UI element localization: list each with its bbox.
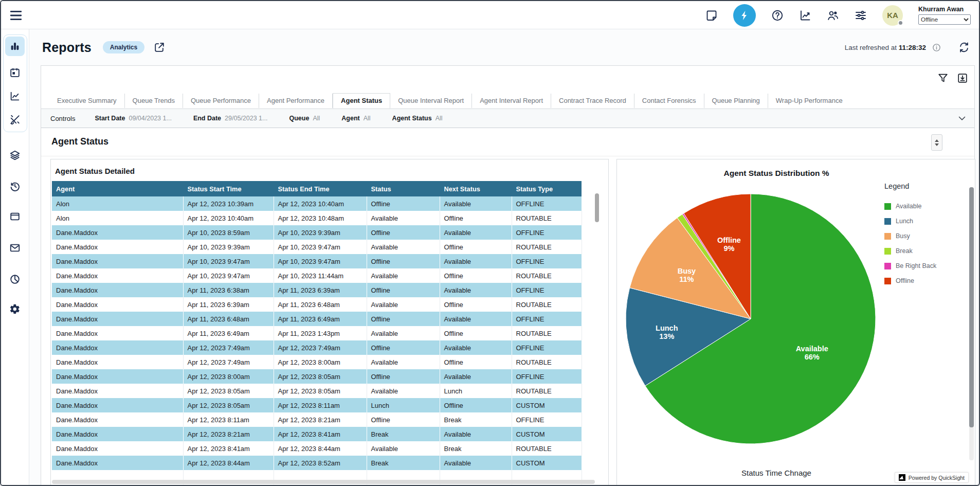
info-icon[interactable] bbox=[932, 43, 941, 52]
tab-queue-trends[interactable]: Queue Trends bbox=[125, 94, 183, 108]
table-row: Dane.MaddoxApr 12, 2023 8:00amApr 12, 20… bbox=[52, 369, 582, 384]
legend-item-busy[interactable]: Busy bbox=[884, 232, 971, 240]
menu-icon[interactable] bbox=[9, 9, 23, 21]
user-status-select[interactable]: Offline bbox=[918, 14, 971, 25]
column-header-status-start-time[interactable]: Status Start Time bbox=[183, 181, 274, 196]
column-header-status-end-time[interactable]: Status End Time bbox=[274, 181, 367, 196]
header-right: Last refreshed at 11:28:32 bbox=[845, 42, 970, 53]
table-vertical-scrollbar[interactable] bbox=[595, 193, 599, 222]
column-header-next-status[interactable]: Next Status bbox=[440, 181, 512, 196]
legend-item-offline[interactable]: Offline bbox=[884, 277, 971, 284]
topbar-actions: KA Khurram Awan Offline bbox=[705, 1, 974, 29]
external-link-icon[interactable] bbox=[154, 42, 165, 53]
table-row: Dane.MaddoxApr 11, 2023 6:39amApr 11, 20… bbox=[52, 297, 582, 312]
dashboard-card: Executive SummaryQueue TrendsQueue Perfo… bbox=[41, 65, 975, 485]
filter-icon[interactable] bbox=[937, 73, 949, 84]
table-row: Dane.MaddoxApr 10, 2023 9:47amApr 10, 20… bbox=[52, 254, 582, 268]
legend-item-available[interactable]: Available bbox=[884, 203, 971, 210]
analytics-badge[interactable]: Analytics bbox=[103, 41, 144, 53]
control-start-date[interactable]: Start Date09/04/2023 1... bbox=[95, 115, 171, 122]
control-agent[interactable]: AgentAll bbox=[341, 115, 370, 122]
settings-sliders-icon[interactable] bbox=[855, 9, 867, 22]
envelope-icon[interactable] bbox=[5, 238, 25, 258]
calendar-icon[interactable] bbox=[5, 63, 25, 82]
table-row: AlonApr 12, 2023 10:39amApr 12, 2023 10:… bbox=[52, 196, 582, 211]
table-row: AlonApr 12, 2023 10:40amApr 12, 2023 10:… bbox=[52, 211, 582, 225]
notes-icon[interactable] bbox=[705, 9, 718, 22]
table-row: Dane.MaddoxApr 12, 2023 7:49amApr 12, 20… bbox=[52, 355, 582, 369]
legend-item-be-right-back[interactable]: Be Right Back bbox=[884, 262, 971, 269]
gear-icon[interactable] bbox=[5, 299, 25, 319]
legend-item-break[interactable]: Break bbox=[884, 247, 971, 255]
user-block: Khurram Awan Offline bbox=[918, 6, 974, 25]
legend-swatch bbox=[884, 248, 891, 255]
table-title: Agent Status Detailed bbox=[51, 159, 608, 181]
topbar: KA Khurram Awan Offline bbox=[1, 1, 979, 29]
chevron-down-icon[interactable] bbox=[957, 113, 967, 123]
bolt-icon[interactable] bbox=[733, 4, 756, 27]
tab-agent-interval-report[interactable]: Agent Interval Report bbox=[472, 94, 551, 108]
tab-contact-forensics[interactable]: Contact Forensics bbox=[634, 94, 704, 108]
agents-icon[interactable] bbox=[827, 9, 839, 22]
powered-by-quicksight[interactable]: Powered by QuickSight bbox=[895, 472, 969, 483]
pie-chart-title: Agent Status Distribution % bbox=[617, 169, 936, 178]
avatar-initials: KA bbox=[887, 11, 898, 20]
report-tabs: Executive SummaryQueue TrendsQueue Perfo… bbox=[41, 94, 974, 109]
control-agent-status[interactable]: Agent StatusAll bbox=[392, 115, 443, 122]
brush-icon[interactable] bbox=[5, 110, 25, 129]
tab-queue-planning[interactable]: Queue Planning bbox=[704, 94, 768, 108]
table-row: Dane.MaddoxApr 12, 2023 8:05amApr 12, 20… bbox=[52, 384, 582, 398]
column-header-status-type[interactable]: Status Type bbox=[512, 181, 582, 196]
legend-swatch bbox=[884, 233, 891, 240]
table-row: Dane.MaddoxApr 10, 2023 9:47amApr 10, 20… bbox=[52, 268, 582, 283]
panel-scrollbar-track[interactable] bbox=[969, 187, 974, 460]
metrics-icon[interactable] bbox=[799, 9, 811, 22]
line-chart-icon[interactable] bbox=[5, 86, 25, 106]
table-row: Dane.MaddoxApr 11, 2023 6:48amApr 11, 20… bbox=[52, 312, 582, 326]
refresh-icon[interactable] bbox=[958, 42, 970, 53]
tab-wrap-up-performance[interactable]: Wrap-Up Performance bbox=[768, 94, 850, 108]
history-icon[interactable] bbox=[5, 176, 25, 196]
pie-slice-label: Busy11% bbox=[678, 267, 696, 283]
layers-icon[interactable] bbox=[5, 146, 25, 165]
table-header-row: AgentStatus Start TimeStatus End TimeSta… bbox=[52, 181, 582, 196]
legend-entries: AvailableLunchBusyBreakBe Right BackOffl… bbox=[884, 203, 971, 284]
bar-chart-icon[interactable] bbox=[5, 37, 25, 56]
page-header: Reports Analytics Last refreshed at 11:2… bbox=[29, 29, 979, 65]
tab-agent-performance[interactable]: Agent Performance bbox=[259, 94, 333, 108]
browser-icon[interactable] bbox=[5, 207, 25, 226]
table-row: Dane.MaddoxApr 12, 2023 8:21amApr 12, 20… bbox=[52, 427, 582, 441]
control-queue[interactable]: QueueAll bbox=[289, 115, 320, 122]
avatar[interactable]: KA bbox=[882, 5, 903, 26]
table-row: Dane.MaddoxApr 10, 2023 8:59amApr 10, 20… bbox=[52, 225, 582, 240]
table-horizontal-scrollbar[interactable] bbox=[52, 480, 595, 484]
app-window: KA Khurram Awan Offline bbox=[0, 0, 980, 486]
donut-icon[interactable] bbox=[5, 269, 25, 289]
status-dot bbox=[898, 20, 903, 26]
legend-swatch bbox=[884, 203, 891, 210]
control-end-date[interactable]: End Date29/05/2023 1... bbox=[193, 115, 268, 122]
table-row: Dane.MaddoxApr 11, 2023 6:38amApr 11, 20… bbox=[52, 283, 582, 297]
legend-item-lunch[interactable]: Lunch bbox=[884, 218, 971, 225]
help-icon[interactable] bbox=[771, 9, 784, 22]
tab-contract-trace-record[interactable]: Contract Trace Record bbox=[551, 94, 634, 108]
controls-bar: Controls Start Date09/04/2023 1...End Da… bbox=[41, 109, 974, 128]
sheet-stepper[interactable] bbox=[931, 134, 942, 151]
tab-executive-summary[interactable]: Executive Summary bbox=[49, 94, 125, 108]
stepper-up-icon[interactable] bbox=[935, 139, 939, 142]
tab-agent-status[interactable]: Agent Status bbox=[333, 93, 390, 109]
stepper-down-icon[interactable] bbox=[935, 143, 939, 146]
user-name: Khurram Awan bbox=[918, 6, 974, 13]
table-row: Dane.MaddoxApr 12, 2023 8:11amApr 12, 20… bbox=[52, 412, 582, 427]
controls-label: Controls bbox=[50, 115, 75, 122]
tab-queue-performance[interactable]: Queue Performance bbox=[183, 94, 259, 108]
column-header-agent[interactable]: Agent bbox=[52, 181, 183, 196]
tab-queue-interval-report[interactable]: Queue Interval Report bbox=[390, 94, 472, 108]
controls-filters: Start Date09/04/2023 1...End Date29/05/2… bbox=[95, 115, 442, 122]
table-row: Dane.MaddoxApr 11, 2023 6:49amApr 11, 20… bbox=[52, 326, 582, 340]
column-header-status[interactable]: Status bbox=[367, 181, 440, 196]
sheet-title: Agent Status bbox=[51, 136, 108, 147]
panel-scrollbar-thumb[interactable] bbox=[969, 187, 974, 427]
table-body: AlonApr 12, 2023 10:39amApr 12, 2023 10:… bbox=[52, 196, 582, 484]
download-icon[interactable] bbox=[957, 73, 968, 84]
